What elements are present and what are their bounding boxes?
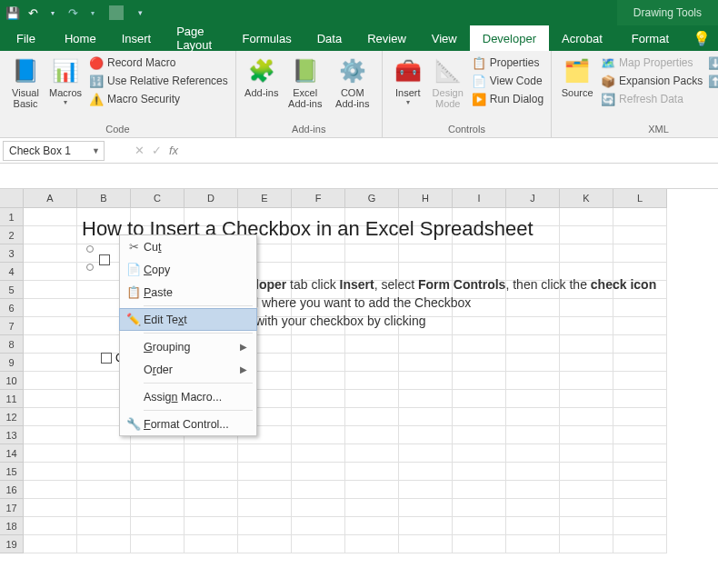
cell[interactable] bbox=[184, 517, 238, 535]
checkbox-icon[interactable] bbox=[99, 254, 110, 265]
cell[interactable] bbox=[184, 444, 238, 463]
cell[interactable] bbox=[399, 535, 453, 553]
cell[interactable] bbox=[613, 481, 667, 499]
name-box[interactable]: Check Box 1 ▼ bbox=[3, 141, 105, 161]
cell[interactable] bbox=[292, 335, 345, 354]
excel-addins-button[interactable]: 📗 Excel Add-ins bbox=[282, 53, 329, 113]
chevron-down-icon[interactable]: ▼ bbox=[92, 146, 100, 155]
cell[interactable] bbox=[238, 535, 292, 553]
cell[interactable] bbox=[560, 226, 613, 244]
ctx-assign-macro[interactable]: Assign Macro... bbox=[120, 385, 256, 408]
cell[interactable] bbox=[560, 481, 613, 499]
expansion-packs-button[interactable]: 📦Expansion Packs bbox=[599, 73, 704, 89]
row-header[interactable]: 3 bbox=[0, 244, 24, 263]
cell[interactable] bbox=[24, 299, 77, 317]
cell[interactable] bbox=[613, 499, 667, 517]
redo-icon[interactable]: ↷ bbox=[65, 5, 80, 20]
cell[interactable] bbox=[506, 481, 560, 499]
cell[interactable] bbox=[292, 481, 345, 499]
cell[interactable] bbox=[24, 354, 77, 372]
cell[interactable] bbox=[506, 426, 560, 444]
ctx-copy[interactable]: 📄Copy bbox=[120, 258, 256, 281]
cell[interactable] bbox=[24, 317, 77, 335]
cell[interactable] bbox=[399, 335, 453, 354]
cell[interactable] bbox=[506, 463, 560, 481]
cell[interactable] bbox=[506, 299, 560, 317]
cell[interactable] bbox=[560, 299, 613, 317]
cell[interactable] bbox=[77, 499, 131, 517]
cell[interactable] bbox=[131, 535, 184, 553]
tab-format[interactable]: Format bbox=[615, 25, 685, 51]
cell[interactable] bbox=[238, 499, 292, 517]
cell[interactable] bbox=[560, 499, 613, 517]
record-macro-button[interactable]: 🔴Record Macro bbox=[87, 55, 230, 71]
cell[interactable] bbox=[453, 354, 506, 372]
run-dialog-button[interactable]: ▶️Run Dialog bbox=[470, 91, 545, 107]
formula-input[interactable] bbox=[184, 141, 718, 161]
row-header[interactable]: 9 bbox=[0, 354, 24, 372]
cell[interactable] bbox=[560, 444, 613, 463]
cell[interactable] bbox=[399, 390, 453, 408]
cell[interactable] bbox=[453, 426, 506, 444]
cell[interactable] bbox=[613, 208, 667, 226]
cell[interactable] bbox=[345, 335, 399, 354]
row-header[interactable]: 18 bbox=[0, 517, 24, 535]
cell[interactable] bbox=[24, 499, 77, 517]
cell[interactable] bbox=[184, 463, 238, 481]
cell[interactable] bbox=[399, 463, 453, 481]
cell[interactable] bbox=[24, 517, 77, 535]
tab-review[interactable]: Review bbox=[354, 25, 419, 51]
cell[interactable] bbox=[345, 499, 399, 517]
cell[interactable] bbox=[453, 481, 506, 499]
cell[interactable] bbox=[77, 444, 131, 463]
cell[interactable] bbox=[77, 463, 131, 481]
cell[interactable] bbox=[292, 426, 345, 444]
cell[interactable] bbox=[292, 390, 345, 408]
row-header[interactable]: 19 bbox=[0, 535, 24, 553]
cell[interactable] bbox=[238, 517, 292, 535]
cell[interactable] bbox=[131, 481, 184, 499]
row-header[interactable]: 1 bbox=[0, 208, 24, 226]
ctx-paste[interactable]: 📋Paste bbox=[120, 281, 256, 304]
undo-icon[interactable]: ↶ bbox=[25, 5, 40, 20]
cell[interactable] bbox=[560, 426, 613, 444]
cell[interactable] bbox=[613, 517, 667, 535]
row-header[interactable]: 5 bbox=[0, 281, 24, 299]
cell[interactable] bbox=[184, 499, 238, 517]
refresh-data-button[interactable]: 🔄Refresh Data bbox=[599, 91, 704, 107]
cell[interactable] bbox=[77, 517, 131, 535]
row-header[interactable]: 6 bbox=[0, 299, 24, 317]
column-header[interactable]: L bbox=[613, 189, 667, 208]
column-header[interactable]: F bbox=[292, 189, 345, 208]
tab-acrobat[interactable]: Acrobat bbox=[549, 25, 615, 51]
cell[interactable] bbox=[399, 517, 453, 535]
cell[interactable] bbox=[345, 426, 399, 444]
ctx-cut[interactable]: ✂Cut bbox=[120, 235, 256, 258]
view-code-button[interactable]: 📄View Code bbox=[470, 73, 545, 89]
cell[interactable] bbox=[24, 281, 77, 299]
row-header[interactable]: 16 bbox=[0, 481, 24, 499]
row-header[interactable]: 12 bbox=[0, 408, 24, 426]
row-header[interactable]: 2 bbox=[0, 226, 24, 244]
cell[interactable] bbox=[453, 408, 506, 426]
properties-button[interactable]: 📋Properties bbox=[470, 55, 545, 71]
cell[interactable] bbox=[399, 354, 453, 372]
cell[interactable] bbox=[506, 372, 560, 390]
cell[interactable] bbox=[453, 517, 506, 535]
cell[interactable] bbox=[613, 408, 667, 426]
column-header[interactable]: H bbox=[399, 189, 453, 208]
redo-dropdown-icon[interactable]: ▾ bbox=[85, 5, 100, 20]
cell[interactable] bbox=[77, 481, 131, 499]
cell[interactable] bbox=[345, 244, 399, 263]
cell[interactable] bbox=[560, 335, 613, 354]
tab-developer[interactable]: Developer bbox=[470, 25, 549, 51]
cell[interactable] bbox=[506, 499, 560, 517]
cell[interactable] bbox=[24, 208, 77, 226]
cell[interactable] bbox=[24, 335, 77, 354]
cell[interactable] bbox=[24, 408, 77, 426]
insert-function-icon[interactable]: fx bbox=[169, 144, 178, 157]
cell[interactable] bbox=[292, 244, 345, 263]
column-header[interactable]: G bbox=[345, 189, 399, 208]
resize-handle[interactable] bbox=[86, 264, 94, 271]
cell[interactable] bbox=[506, 335, 560, 354]
